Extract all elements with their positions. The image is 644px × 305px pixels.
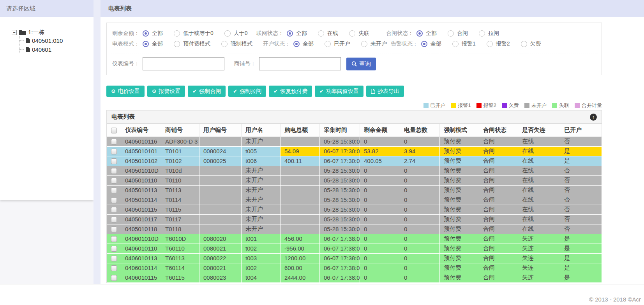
query-button[interactable]: 查询	[346, 58, 376, 70]
row-checkbox[interactable]	[111, 217, 117, 223]
tree-node-building[interactable]: − 1:一栋	[12, 29, 94, 36]
meter-export-button[interactable]: 抄表导出	[366, 86, 404, 97]
table-cell: 是	[560, 244, 602, 253]
table-cell: 05-28 15:30:00	[320, 166, 360, 175]
table-cell: 0	[360, 263, 400, 273]
filter-group: 联网状态：全部在线失联	[256, 28, 380, 39]
row-checkbox[interactable]	[111, 178, 117, 184]
radio-option[interactable]: 强制模式	[221, 40, 252, 47]
row-checkbox[interactable]	[111, 265, 117, 271]
radio-selected-icon	[143, 41, 149, 47]
radio-option[interactable]: 欠费	[521, 40, 541, 47]
radio-option[interactable]: 未开户	[361, 40, 387, 47]
row-checkbox[interactable]	[111, 236, 117, 242]
alarm-settings-button[interactable]: ⚙报警设置	[147, 86, 185, 97]
tree-connector	[19, 40, 24, 41]
radio-option-label: 拉闸	[488, 30, 499, 37]
table-cell: 2.74	[400, 156, 440, 166]
radio-option[interactable]: 全部	[287, 30, 307, 37]
row-checkbox[interactable]	[111, 149, 117, 154]
table-cell	[199, 214, 242, 224]
radio-option[interactable]: 全部	[143, 40, 163, 47]
column-header: 合闸状态	[479, 124, 518, 137]
table-cell	[281, 175, 320, 185]
table-cell: 54.09	[281, 146, 320, 156]
row-checkbox[interactable]	[111, 275, 117, 281]
radio-option[interactable]: 全部	[416, 30, 437, 37]
row-checkbox[interactable]	[111, 226, 117, 232]
restore-prepaid-button[interactable]: ✔恢复预付费	[269, 86, 312, 97]
table-row: 0406010110T601100080021t002-956.0006-07 …	[107, 244, 602, 253]
radio-icon	[174, 30, 180, 37]
tree-node-meter[interactable]: 040601	[19, 45, 94, 54]
table-cell: 040501010D	[121, 166, 161, 175]
radio-option[interactable]: 低于或等于0	[174, 30, 213, 37]
table-cell: 在线	[518, 195, 560, 205]
power-threshold-button[interactable]: ✔功率阈值设置	[315, 86, 363, 97]
table-cell: 合闸	[479, 234, 518, 244]
table-cell: 0405010110	[121, 175, 161, 185]
table-cell: 05-28 15:30:00	[320, 224, 360, 234]
up-arrow-icon[interactable]: ↑	[590, 114, 597, 121]
table-row: 0405010118T0118未开户05-28 15:30:0000预付费合闸在…	[107, 224, 602, 234]
force-close-button[interactable]: ✔强制合闸	[188, 86, 226, 97]
radio-option[interactable]: 拉闸	[479, 30, 499, 37]
column-header: 商铺号	[161, 124, 199, 137]
collapse-icon[interactable]: −	[12, 30, 17, 35]
table-cell: 0405010118	[121, 224, 161, 234]
meter-table: 仪表编号商铺号用户编号用户名购电总额采集时间剩余金额电量总数强制模式合闸状态是否…	[107, 124, 602, 283]
table-row: 0405010110T0110未开户05-28 15:30:0000预付费合闸在…	[107, 175, 602, 185]
table-cell: 预付费	[440, 175, 479, 185]
force-trip-button[interactable]: ✔强制拉闸	[228, 86, 266, 97]
row-checkbox[interactable]	[111, 197, 117, 203]
table-cell	[281, 195, 320, 205]
table-cell: 合闸	[479, 146, 518, 156]
action-button-label: 强制拉闸	[240, 88, 261, 95]
action-button-label: 电价设置	[118, 88, 140, 95]
row-checkbox[interactable]	[111, 158, 117, 164]
table-cell: 预付费	[440, 195, 479, 205]
radio-option[interactable]: 全部	[143, 30, 163, 37]
select-all-checkbox[interactable]	[111, 128, 117, 133]
filter-group: 电表模式：全部预付费模式强制模式	[112, 39, 263, 49]
row-checkbox[interactable]	[111, 207, 117, 213]
table-cell: 预付费	[440, 137, 479, 146]
radio-option[interactable]: 已开户	[325, 40, 350, 47]
shop-no-input[interactable]	[259, 57, 341, 70]
table-cell: T0110	[161, 175, 199, 185]
table-cell: 0080025	[199, 156, 242, 166]
table-row: 0406010115T601150080023t0042444.0006-07 …	[107, 273, 602, 282]
table-cell: 0	[360, 185, 400, 195]
radio-option[interactable]: 报警2	[487, 40, 510, 47]
meter-no-input[interactable]	[143, 57, 224, 70]
radio-option[interactable]: 预付费模式	[174, 40, 210, 47]
table-cell: 合闸	[479, 137, 518, 146]
row-checkbox[interactable]	[111, 256, 117, 261]
radio-icon	[448, 30, 454, 37]
row-checkbox[interactable]	[111, 246, 117, 252]
row-checkbox[interactable]	[111, 168, 117, 174]
table-cell: 在线	[518, 175, 560, 185]
check-icon: ✔	[273, 89, 278, 94]
table-cell: 否	[560, 224, 602, 234]
legend-item: 已开户	[423, 102, 446, 109]
radio-option[interactable]: 合闸	[448, 30, 468, 37]
radio-option[interactable]: 全部	[421, 40, 441, 47]
radio-option[interactable]: 失联	[349, 30, 369, 37]
tree-node-meter[interactable]: 040501:010	[19, 36, 94, 45]
table-cell: 0080021	[199, 263, 242, 273]
table-cell: 失连	[518, 234, 560, 244]
radio-option[interactable]: 大于0	[224, 30, 248, 37]
row-checkbox[interactable]	[111, 188, 117, 193]
copyright-text: © 2013 - 2018 ©Acr	[589, 296, 641, 303]
search-row: 仪表编号： 商铺号： 查询	[112, 57, 376, 71]
table-cell: 0	[400, 263, 440, 273]
radio-option[interactable]: 全部	[293, 40, 314, 47]
radio-option[interactable]: 报警1	[452, 40, 476, 47]
price-settings-button[interactable]: ⚙电价设置	[106, 86, 145, 97]
radio-option-label: 合闸	[457, 30, 468, 37]
row-checkbox[interactable]	[111, 139, 117, 145]
radio-option[interactable]: 在线	[318, 30, 338, 37]
row-checkbox-cell	[107, 166, 121, 175]
row-checkbox-cell	[107, 137, 121, 146]
